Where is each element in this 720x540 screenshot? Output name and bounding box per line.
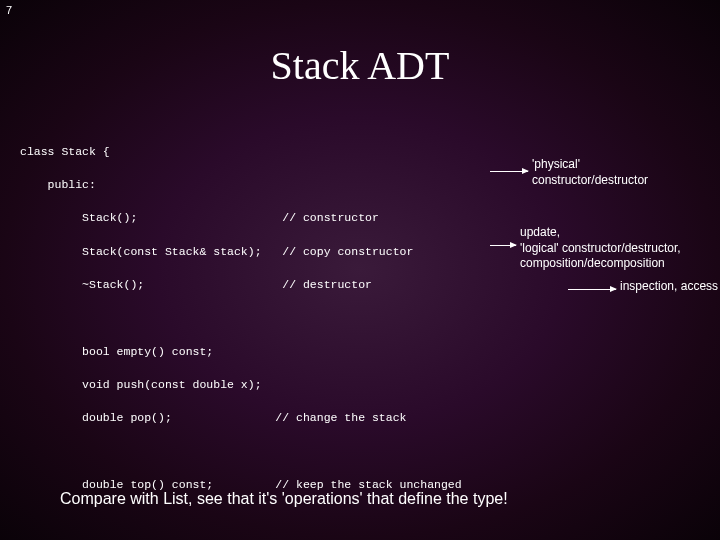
page-number: 7 bbox=[6, 4, 12, 16]
code-block: class Stack { public: Stack(); // constr… bbox=[0, 127, 720, 540]
annotation-physical: 'physical' constructor/destructor bbox=[532, 157, 692, 188]
arrow-icon bbox=[490, 171, 528, 172]
footer-text: Compare with List, see that it's 'operat… bbox=[60, 490, 700, 508]
annotation-logical: update,'logical' constructor/destructor,… bbox=[520, 225, 720, 272]
arrow-icon bbox=[490, 245, 516, 246]
annotation-inspection: inspection, access bbox=[620, 279, 720, 295]
slide-title: Stack ADT bbox=[0, 42, 720, 89]
code-line: ~Stack(); // destructor bbox=[20, 278, 372, 291]
code-line: public: bbox=[20, 178, 96, 191]
code-line: double pop(); // change the stack bbox=[20, 411, 406, 424]
code-line: Stack(); // constructor bbox=[20, 211, 379, 224]
code-line: void push(const double x); bbox=[20, 378, 262, 391]
arrow-icon bbox=[568, 289, 616, 290]
code-line: class Stack { bbox=[20, 145, 110, 158]
code-line: Stack(const Stack& stack); // copy const… bbox=[20, 245, 413, 258]
code-line: bool empty() const; bbox=[20, 345, 213, 358]
